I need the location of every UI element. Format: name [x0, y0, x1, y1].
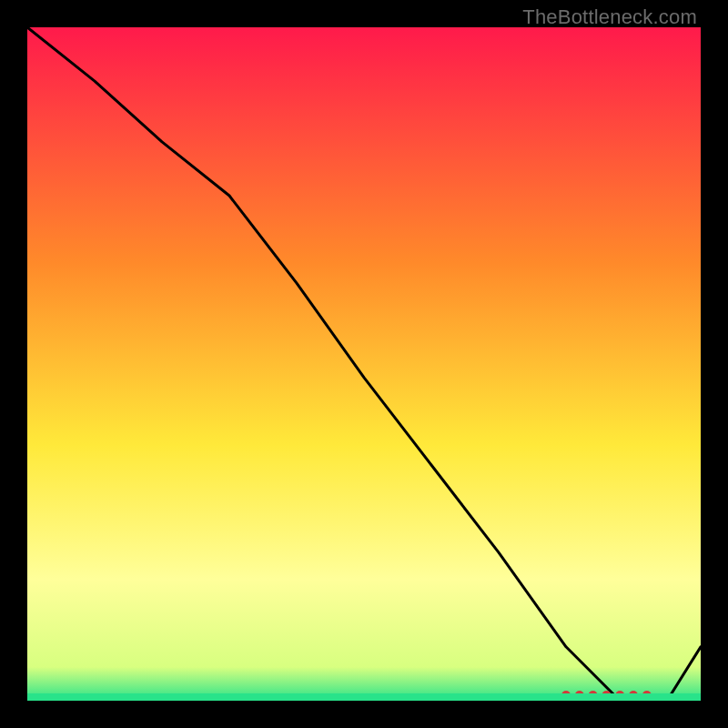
chart-frame: [27, 27, 701, 701]
line-chart: [27, 27, 701, 701]
baseline-strip: [27, 693, 701, 701]
watermark-text: TheBottleneck.com: [522, 5, 697, 29]
gradient-background: [27, 27, 701, 701]
